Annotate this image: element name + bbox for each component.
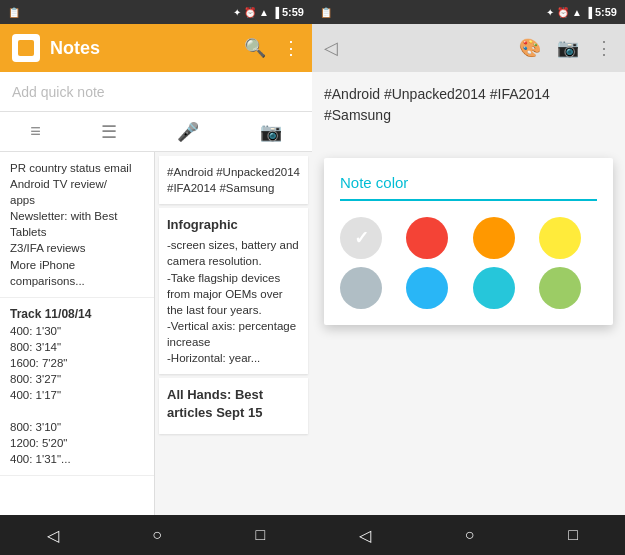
status-right-icons: ✦ ⏰ ▲ ▐ 5:59	[233, 6, 304, 18]
right-app-header: ◁ 🎨 📷 ⋮	[312, 24, 625, 72]
input-toolbar: ≡ ☰ 🎤 📷	[0, 112, 312, 152]
home-button[interactable]: ○	[152, 526, 162, 544]
color-option-green[interactable]	[539, 267, 581, 309]
recent-button[interactable]: □	[256, 526, 266, 544]
card-text: -screen sizes, battery and camera resolu…	[167, 239, 299, 364]
right-back-icon[interactable]: ◁	[324, 37, 338, 59]
notes-logo-inner	[18, 40, 34, 56]
right-status-bar: 📋 ✦ ⏰ ▲ ▐ 5:59	[312, 0, 625, 24]
left-nav-bar: ◁ ○ □	[0, 515, 312, 555]
bluetooth-icon: ✦	[233, 7, 241, 18]
search-icon[interactable]: 🔍	[244, 37, 266, 59]
more-options-icon[interactable]: ⋮	[282, 37, 300, 59]
color-picker-title: Note color	[340, 174, 597, 201]
back-button[interactable]: ◁	[47, 526, 59, 545]
right-camera-icon[interactable]: 📷	[557, 37, 579, 59]
notes-list-column: PR country status emailAndroid TV review…	[0, 152, 155, 515]
right-status-left: 📋	[320, 7, 332, 18]
color-option-cyan[interactable]	[406, 267, 448, 309]
color-option-red[interactable]	[406, 217, 448, 259]
list-format-icon[interactable]: ☰	[101, 121, 117, 143]
left-time: 5:59	[282, 6, 304, 18]
right-nav-bar: ◁ ○ □	[312, 515, 625, 555]
right-home-button[interactable]: ○	[465, 526, 475, 544]
card-title: All Hands: Best articles Sept 15	[167, 386, 300, 422]
note-card[interactable]: Infographic -screen sizes, battery and c…	[159, 208, 308, 374]
card-text: #Android #Unpacked2014 #IFA2014 #Samsung	[167, 166, 300, 194]
status-left-icons: 📋	[8, 7, 20, 18]
list-item[interactable]: PR country status emailAndroid TV review…	[0, 152, 154, 298]
note-card[interactable]: #Android #Unpacked2014 #IFA2014 #Samsung	[159, 156, 308, 204]
color-option-teal[interactable]	[473, 267, 515, 309]
text-format-icon[interactable]: ≡	[30, 121, 41, 142]
quick-note-placeholder: Add quick note	[12, 84, 105, 100]
notes-app-header: Notes 🔍 ⋮	[0, 24, 312, 72]
right-bluetooth-icon: ✦	[546, 7, 554, 18]
notes-card-column: #Android #Unpacked2014 #IFA2014 #Samsung…	[155, 152, 312, 515]
signal-icon: ▐	[272, 7, 279, 18]
right-alarm-icon: ⏰	[557, 7, 569, 18]
right-more-icon[interactable]: ⋮	[595, 37, 613, 59]
left-phone-panel: 📋 ✦ ⏰ ▲ ▐ 5:59 Notes 🔍 ⋮ Add quick note …	[0, 0, 312, 555]
color-option-orange[interactable]	[473, 217, 515, 259]
alarm-icon: ⏰	[244, 7, 256, 18]
list-item-text: PR country status emailAndroid TV review…	[10, 162, 131, 287]
wifi-icon: ▲	[259, 7, 269, 18]
notes-content-area: PR country status emailAndroid TV review…	[0, 152, 312, 515]
right-phone-panel: 📋 ✦ ⏰ ▲ ▐ 5:59 ◁ 🎨 📷 ⋮ #Android #Unpacke…	[312, 0, 625, 555]
color-grid: ✓	[340, 217, 597, 309]
card-title: Infographic	[167, 216, 300, 234]
note-card[interactable]: All Hands: Best articles Sept 15	[159, 378, 308, 433]
selected-check: ✓	[354, 227, 369, 249]
right-status-right: ✦ ⏰ ▲ ▐ 5:59	[546, 6, 617, 18]
voice-input-icon[interactable]: 🎤	[177, 121, 199, 143]
note-header-text: #Android #Unpacked2014 #IFA2014 #Samsung	[324, 84, 613, 126]
left-status-bar: 📋 ✦ ⏰ ▲ ▐ 5:59	[0, 0, 312, 24]
color-picker-dialog: Note color ✓	[324, 158, 613, 325]
right-time: 5:59	[595, 6, 617, 18]
right-wifi-icon: ▲	[572, 7, 582, 18]
notes-status-icon: 📋	[8, 7, 20, 18]
notes-app-logo	[12, 34, 40, 62]
color-option-white[interactable]: ✓	[340, 217, 382, 259]
color-option-yellow[interactable]	[539, 217, 581, 259]
right-status-icon: 📋	[320, 7, 332, 18]
camera-input-icon[interactable]: 📷	[260, 121, 282, 143]
color-option-light-blue[interactable]	[340, 267, 382, 309]
right-content-area: #Android #Unpacked2014 #IFA2014 #Samsung…	[312, 72, 625, 515]
list-item-title: Track 11/08/14	[10, 306, 144, 323]
right-palette-icon[interactable]: 🎨	[519, 37, 541, 59]
right-back-button[interactable]: ◁	[359, 526, 371, 545]
right-recent-button[interactable]: □	[568, 526, 578, 544]
list-item-text: 400: 1'30"800: 3'14"1600: 7'28"800: 3'27…	[10, 325, 71, 466]
list-item[interactable]: Track 11/08/14 400: 1'30"800: 3'14"1600:…	[0, 298, 154, 477]
header-action-icons: 🔍 ⋮	[244, 37, 300, 59]
quick-note-bar[interactable]: Add quick note	[0, 72, 312, 112]
app-title: Notes	[50, 38, 244, 59]
right-signal-icon: ▐	[585, 7, 592, 18]
